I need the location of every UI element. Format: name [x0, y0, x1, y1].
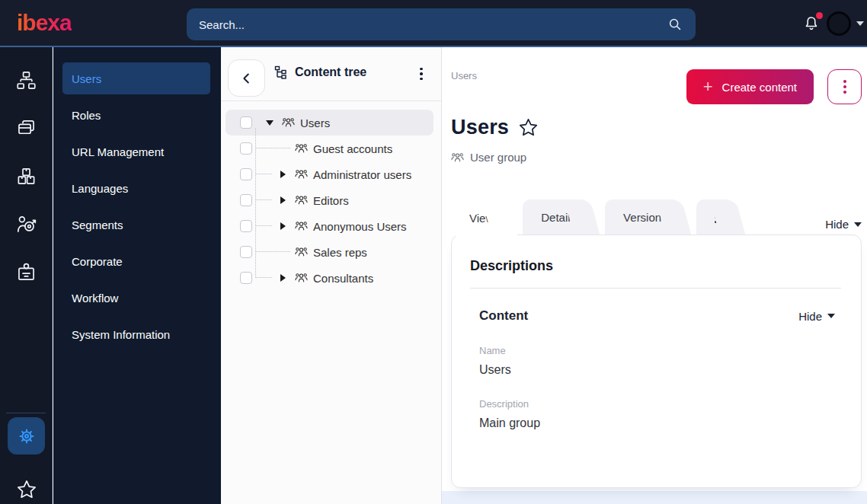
caret-expanded-icon[interactable]	[264, 120, 275, 126]
rail-divider	[6, 413, 46, 413]
tree-row-anonymous-users[interactable]: Anonymous Users	[226, 213, 434, 239]
caret-collapsed-icon[interactable]	[277, 222, 288, 230]
tree-row-consultants[interactable]: Consultants	[226, 265, 434, 291]
sidebar-item-system-information[interactable]: System Information	[62, 318, 210, 350]
icon-rail	[0, 47, 53, 504]
products-icon[interactable]	[4, 152, 48, 200]
content-section-title: Content	[479, 308, 528, 324]
bookmark-star-icon[interactable]	[518, 117, 539, 138]
tree-row-label: Sales reps	[313, 246, 367, 259]
topbar: ibexa	[0, 0, 867, 47]
notifications-button[interactable]	[802, 14, 822, 34]
sitemap-icon[interactable]	[4, 56, 48, 104]
chevron-left-icon	[238, 70, 255, 87]
tab-view[interactable]: View	[451, 199, 500, 236]
id-badge-icon[interactable]	[4, 248, 48, 296]
checkbox[interactable]	[240, 246, 252, 258]
tab-more-kebab-icon[interactable]	[696, 199, 728, 234]
content-type-label: User group	[470, 151, 526, 164]
sidebar-item-corporate[interactable]: Corporate	[62, 245, 210, 277]
caret-collapsed-icon[interactable]	[277, 171, 288, 178]
user-menu-caret-icon[interactable]	[856, 21, 864, 26]
pages-icon[interactable]	[4, 104, 48, 152]
tree-row-users[interactable]: Users	[226, 110, 434, 136]
content-actions-kebab-icon[interactable]	[827, 69, 862, 104]
tree-row-label: Editors	[313, 194, 349, 207]
tree-row-guest-accounts[interactable]: Guest accounts	[226, 136, 434, 161]
caret-down-icon	[827, 314, 835, 318]
sidebar-item-languages[interactable]: Languages	[62, 172, 210, 204]
create-content-label: Create content	[722, 81, 797, 94]
collapse-tree-button[interactable]	[228, 59, 265, 97]
notification-dot	[816, 12, 823, 19]
breadcrumb[interactable]: Users	[451, 70, 477, 81]
user-group-icon	[451, 152, 464, 164]
ibexa-logo[interactable]: ibexa	[17, 11, 72, 34]
tree-panel-title: Content tree	[295, 65, 366, 79]
descriptions-heading: Descriptions	[470, 258, 841, 274]
field-value: Main group	[479, 416, 841, 430]
user-group-icon	[295, 168, 308, 180]
checkbox[interactable]	[240, 168, 252, 180]
field-value: Users	[479, 363, 841, 377]
user-group-icon	[282, 116, 295, 129]
tree-options-kebab-icon[interactable]	[414, 65, 429, 82]
tree-row-sales-reps[interactable]: Sales reps	[226, 239, 434, 265]
caret-collapsed-icon[interactable]	[277, 196, 288, 204]
user-avatar[interactable]	[827, 11, 851, 36]
tree-row-editors[interactable]: Editors	[226, 187, 434, 213]
page-title: Users	[451, 116, 509, 139]
user-group-icon	[295, 272, 308, 284]
sidebar-item-segments[interactable]: Segments	[62, 209, 210, 241]
tab-bar: View Details Versions	[451, 199, 750, 234]
sidebar-item-url-management[interactable]: URL Management	[62, 136, 210, 167]
sidebar-item-users[interactable]: Users	[62, 62, 210, 94]
field-label: Name	[479, 345, 841, 356]
user-group-icon	[295, 194, 308, 206]
content-tree-icon	[274, 65, 288, 79]
view-tab-panel: Descriptions Content Hide Name Users Des…	[451, 234, 862, 488]
field-label: Description	[479, 398, 841, 410]
tab-details[interactable]: Details	[523, 199, 582, 234]
plus-icon: +	[703, 78, 713, 95]
create-content-button[interactable]: + Create content	[686, 69, 814, 104]
bottom-strip	[442, 491, 867, 504]
user-group-icon	[295, 220, 308, 232]
user-group-icon	[295, 142, 308, 155]
admin-sidebar: Users Roles URL Management Languages Seg…	[53, 47, 221, 504]
bookmarks-star-icon[interactable]	[8, 471, 45, 504]
tree-row-label: Anonymous Users	[313, 220, 407, 233]
tree-row-label: Users	[300, 116, 330, 129]
tree-children: Guest accounts Administrator users	[221, 136, 441, 291]
sidebar-item-workflow[interactable]: Workflow	[62, 282, 210, 314]
card-divider	[470, 288, 841, 289]
search-icon[interactable]	[667, 16, 683, 33]
hide-label: Hide	[798, 310, 822, 323]
tab-versions[interactable]: Versions	[605, 199, 673, 234]
sidebar-item-roles[interactable]: Roles	[62, 99, 210, 131]
checkbox[interactable]	[240, 272, 252, 284]
content-tree-panel: Content tree Users	[221, 47, 442, 504]
checkbox[interactable]	[240, 142, 252, 155]
checkbox[interactable]	[240, 116, 252, 129]
caret-down-icon	[854, 222, 862, 227]
tree-row-label: Administrator users	[313, 168, 411, 181]
checkbox[interactable]	[240, 194, 252, 206]
hide-all-toggle[interactable]: Hide	[825, 218, 862, 231]
user-group-icon	[295, 246, 308, 258]
field-description: Description Main group	[479, 398, 841, 430]
field-name: Name Users	[479, 345, 841, 377]
tree-row-administrator-users[interactable]: Administrator users	[226, 161, 434, 187]
main-content: Users + Create content Users User group …	[442, 47, 867, 504]
personalization-icon[interactable]	[4, 200, 48, 248]
search-input[interactable]	[199, 18, 667, 31]
content-section-hide-toggle[interactable]: Hide	[798, 310, 835, 323]
caret-collapsed-icon[interactable]	[277, 274, 288, 282]
checkbox[interactable]	[240, 220, 252, 232]
tree-row-label: Consultants	[313, 272, 373, 285]
settings-gear-icon[interactable]	[8, 417, 45, 455]
tree-row-label: Guest accounts	[313, 142, 392, 155]
global-search[interactable]	[187, 8, 696, 40]
hide-label: Hide	[825, 218, 849, 231]
